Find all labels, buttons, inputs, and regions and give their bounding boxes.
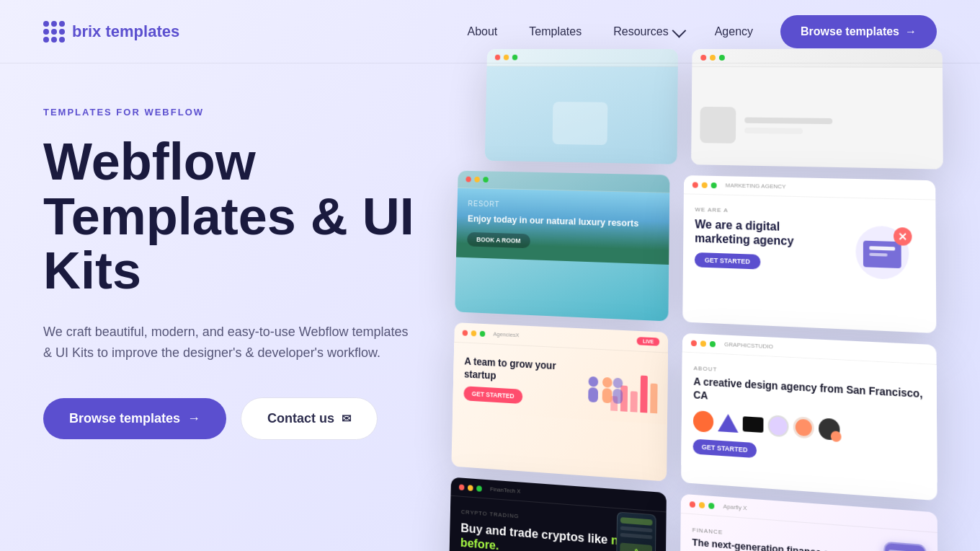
logo-text: brix templates bbox=[72, 22, 179, 41]
template-card-digital-agency: MARKETING AGENCY WE ARE A We are a digit… bbox=[682, 175, 936, 333]
navbar: brix templates About Templates Resources… bbox=[0, 0, 980, 63]
template-card-top-left bbox=[485, 49, 678, 164]
template-card-top-right bbox=[691, 49, 943, 169]
template-card-finance-app: Aparfly X FINANCE The next-generation fi… bbox=[680, 494, 938, 551]
hero-content: Templates for Webflow Webflow Templates … bbox=[43, 78, 490, 440]
template-card-design-agency: GraphicStudio About A creative design ag… bbox=[681, 333, 937, 501]
svg-point-9 bbox=[602, 377, 612, 388]
nav-link-about[interactable]: About bbox=[454, 18, 510, 45]
nav-separator bbox=[0, 63, 980, 63]
mail-icon: ✉ bbox=[342, 412, 351, 426]
hero-buttons: Browse templates → Contact us ✉ bbox=[43, 397, 490, 440]
template-grid: RESORT Enjoy today in our natural luxury… bbox=[434, 49, 980, 551]
nav-browse-templates-button[interactable]: Browse templates → bbox=[780, 15, 937, 48]
hero-section: Templates for Webflow Webflow Templates … bbox=[0, 63, 980, 551]
svg-point-11 bbox=[613, 378, 623, 389]
svg-rect-8 bbox=[588, 387, 598, 402]
nav-links: About Templates Resources Agency bbox=[454, 18, 766, 45]
logo[interactable]: brix templates bbox=[43, 21, 179, 43]
svg-point-7 bbox=[589, 376, 599, 387]
nav-right-group: About Templates Resources Agency Browse … bbox=[454, 15, 937, 48]
nav-link-resources[interactable]: Resources bbox=[600, 18, 695, 45]
svg-rect-3 bbox=[869, 253, 887, 257]
hero-title: Webflow Templates & UI Kits bbox=[43, 135, 490, 299]
svg-rect-12 bbox=[612, 389, 623, 404]
hero-visual: RESORT Enjoy today in our natural luxury… bbox=[434, 49, 980, 551]
hero-label: Templates for Webflow bbox=[43, 107, 490, 118]
nav-link-templates[interactable]: Templates bbox=[516, 18, 594, 45]
hero-subtitle: We craft beautiful, modern, and easy-to-… bbox=[43, 322, 418, 363]
svg-rect-10 bbox=[602, 388, 612, 403]
chevron-down-icon bbox=[672, 24, 686, 38]
template-card-crypto: FinanTech X CRYPTO TRADING Buy and trade… bbox=[447, 477, 667, 551]
browse-templates-button[interactable]: Browse templates → bbox=[43, 398, 226, 439]
contact-us-button[interactable]: Contact us ✉ bbox=[241, 397, 378, 440]
logo-icon bbox=[43, 21, 65, 43]
nav-link-agency[interactable]: Agency bbox=[702, 18, 766, 45]
